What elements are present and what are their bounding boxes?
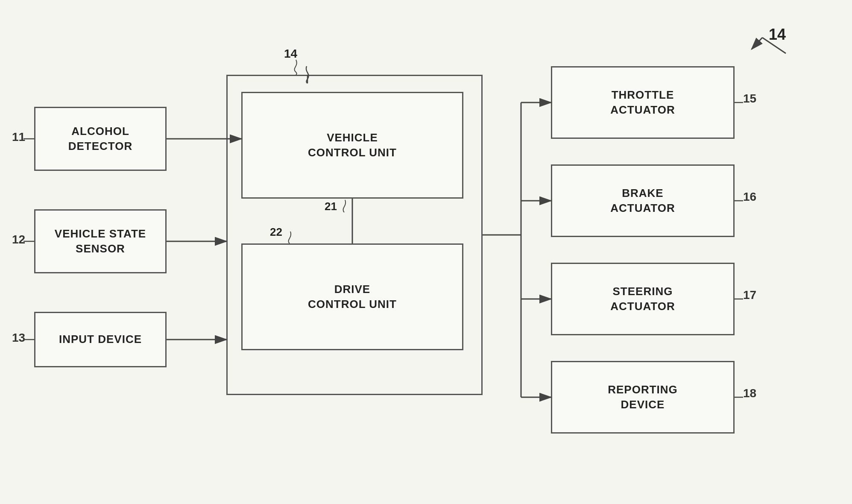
steering-actuator-block: STEERINGACTUATOR [551,263,735,335]
ref-13: 13 [12,331,25,345]
ref-12: 12 [12,233,25,246]
figure-ref-10: 14 [769,26,786,44]
vehicle-state-sensor-block: VEHICLE STATESENSOR [34,209,167,273]
drive-control-unit-block: DRIVECONTROL UNIT [241,243,463,350]
throttle-actuator-block: THROTTLEACTUATOR [551,66,735,139]
ref-15: 15 [743,92,756,105]
input-device-block: INPUT DEVICE [34,312,167,367]
ref-17: 17 [743,288,756,302]
brake-actuator-block: BRAKEACTUATOR [551,164,735,237]
ref-11: 11 [12,130,25,144]
reporting-device-block: REPORTINGDEVICE [551,361,735,434]
ref-16: 16 [743,190,756,204]
vehicle-control-unit-block: VEHICLECONTROL UNIT [241,92,463,199]
alcohol-detector-block: ALCOHOLDETECTOR [34,107,167,171]
ref-18: 18 [743,387,756,400]
ref-22: 22 [270,226,282,239]
ref-21: 21 [325,200,337,213]
ref-14: 14 [284,47,297,61]
diagram-container: 14 ALCOHOLDETECTOR 11 VEHICLE STATESENSO… [0,0,852,504]
svg-line-3 [752,38,762,49]
